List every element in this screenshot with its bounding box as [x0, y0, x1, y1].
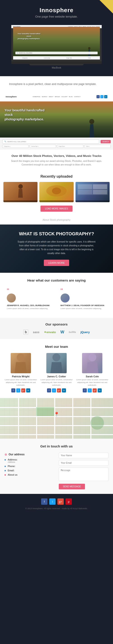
team-social-2: f t g+ in: [40, 388, 73, 392]
filter-license[interactable]: License Age ▾: [30, 145, 56, 148]
testimonial-text-1: Lorem ipsum dolor sit amet, consectetur …: [7, 307, 53, 310]
description-section: Innosphere is a pixel perfect, clean and…: [0, 76, 113, 92]
footer: f t g+ p © 2013 Innosphere. All rights r…: [0, 494, 113, 514]
sponsor-3: ✦envato: [44, 330, 56, 334]
location-icon: ⊕: [5, 453, 7, 456]
james-gp[interactable]: g+: [57, 388, 61, 392]
team-name-3: Sarah Cole: [76, 375, 108, 378]
footer-social: f t g+ p: [5, 498, 108, 505]
testimonial-2: " MATTHEW J. DEAN, FOUNDER OF INDESIGN L…: [58, 287, 109, 312]
contact-name-input[interactable]: [59, 453, 108, 458]
filter-color[interactable]: Color ▾: [84, 145, 111, 148]
filter-categories[interactable]: Categories ▾: [2, 145, 29, 148]
map-road-h4: [0, 434, 113, 435]
about-dot: [5, 474, 6, 476]
screen-search: 🔍 SEARCH ALL GALLERIES: [15, 52, 98, 54]
contact-about-row: About us: [5, 474, 54, 476]
filter-row: Categories ▾ License Age ▾ Image Size ▾ …: [2, 145, 111, 148]
laptop-base: [11, 61, 102, 64]
footer-gp-icon[interactable]: g+: [57, 498, 64, 505]
contact-email-row: Email:: [5, 469, 54, 472]
patricia-li[interactable]: in: [26, 388, 30, 392]
laptop-screen: Innosphere HOMEPAGE SEARCH ABOUT IMAGES …: [11, 25, 102, 61]
email-dot: [5, 470, 6, 471]
image-card-3[interactable]: [75, 182, 109, 202]
sarah-gp[interactable]: g+: [93, 388, 97, 392]
filter-size[interactable]: Image Size ▾: [57, 145, 83, 148]
stock-learn-more-button[interactable]: LEARN MORE: [44, 260, 69, 266]
image-card-2[interactable]: [39, 182, 73, 202]
search-area: 🔍 SEARCH ALL GALLERIES SEARCH Categories…: [0, 138, 113, 150]
team-member-3: Sarah Cole Lorem ipsum dolor sit amet, c…: [76, 353, 108, 392]
stats-title: Over 40 Million Stock Photos, Vectors, V…: [7, 154, 106, 158]
sarah-fb[interactable]: f: [83, 388, 87, 392]
footer-tw-icon[interactable]: t: [49, 498, 56, 505]
sponsor-4: W: [60, 330, 64, 334]
stock-label: About Stock photography: [2, 218, 111, 221]
patricia-fb[interactable]: f: [11, 388, 15, 392]
person-silhouette-1: [18, 184, 24, 198]
search-input-display[interactable]: 🔍 SEARCH ALL GALLERIES: [2, 140, 99, 144]
james-tw[interactable]: t: [52, 388, 56, 392]
search-button[interactable]: SEARCH: [100, 140, 111, 143]
send-message-button[interactable]: SEND MESSAGE: [59, 484, 85, 489]
sarah-li[interactable]: in: [98, 388, 102, 392]
contact-phone: Phone:: [8, 465, 15, 468]
map-pin: 📍: [54, 412, 59, 417]
contact-phone-row: Phone:: [5, 465, 54, 468]
contact-email: Email:: [8, 469, 15, 472]
stock-title: WHAT IS STOCK PHOTOGRAPHY?: [5, 231, 108, 236]
map-park: [36, 407, 54, 416]
testimonials-section: Hear what our customers are saying " JEN…: [0, 273, 113, 318]
preview-nav-links: HOMEPAGE SEARCH ABOUT IMAGES GALLERY BLO…: [33, 96, 80, 98]
laptop-label: MacBook: [11, 66, 102, 69]
team-member-1: Patricia Wright Lorem ipsum dolor sit am…: [5, 353, 37, 392]
full-preview: Innosphere HOMEPAGE SEARCH ABOUT IMAGES …: [0, 92, 113, 150]
sponsors-logos: b sass ✦envato W bullllla jQuery: [5, 330, 108, 334]
li-icon: in: [104, 95, 107, 98]
contact-address: Address: Address: [8, 458, 17, 463]
testimonial-name-2: MATTHEW J. DEAN, FOUNDER OF INDESIGN: [61, 304, 106, 306]
footer-pi-icon[interactable]: p: [66, 498, 72, 505]
team-social-3: f t g+ in: [76, 388, 108, 392]
footer-fb-icon[interactable]: f: [41, 498, 47, 505]
map-road-h1: [0, 407, 113, 408]
load-more-container: LOAD MORE IMAGES: [4, 206, 109, 212]
image-label-1: [4, 200, 38, 202]
team-member-2: James C. Cotter Lorem ipsum dolor sit am…: [40, 353, 73, 392]
preview-nav-bar: Innosphere HOMEPAGE SEARCH ABOUT IMAGES …: [0, 92, 113, 102]
team-section: Meet our team Patricia Wright Lorem ipsu…: [0, 339, 113, 398]
laptop-stand: [29, 64, 84, 65]
sponsor-2: sass: [33, 330, 39, 334]
james-fb[interactable]: f: [47, 388, 51, 392]
stock-section: About Stock photography WHAT IS STOCK PH…: [0, 216, 113, 273]
team-name-2: James C. Cotter: [40, 375, 73, 378]
sarah-tw[interactable]: t: [88, 388, 92, 392]
patricia-gp[interactable]: g+: [21, 388, 25, 392]
quote-mark-2: ": [61, 289, 106, 292]
james-li[interactable]: in: [62, 388, 66, 392]
contact-email-input[interactable]: [59, 460, 108, 466]
load-more-button[interactable]: LOAD MORE IMAGES: [40, 206, 73, 212]
image-card-1[interactable]: [4, 182, 38, 202]
sponsors-section: Our sponsors b sass ✦envato W bullllla j…: [0, 318, 113, 339]
map-road-v5: [90, 398, 91, 439]
team-avatar-sarah: [82, 353, 102, 373]
image-label-2: [39, 200, 73, 202]
contact-message-input[interactable]: [59, 468, 108, 481]
testimonials-heading: Hear what our customers are saying: [5, 278, 108, 282]
testimonial-avatar-2: [61, 294, 70, 302]
laptop-mockup: Innosphere HOMEPAGE SEARCH ABOUT IMAGES …: [11, 25, 102, 69]
contact-address-row: Address: Address: [5, 458, 54, 463]
patricia-tw[interactable]: t: [16, 388, 20, 392]
preview-nav: Innosphere HOMEPAGE SEARCH ABOUT IMAGES …: [4, 94, 109, 100]
food-visual: [46, 185, 67, 196]
testimonial-name-1: JENNIFER R. HUGHES, CEO, BURBLEHUNK: [7, 304, 53, 306]
team-avatar-patricia: [11, 353, 31, 373]
team-desc-2: Lorem ipsum dolor sit amet, consectetur …: [40, 378, 73, 386]
testimonial-text-2: Lorem ipsum dolor sit amet, consectetur …: [61, 307, 106, 310]
map-park-2: [90, 416, 104, 430]
phone-dot: [5, 466, 6, 467]
map-section: 📍: [0, 398, 113, 439]
map-road-v4: [72, 398, 73, 439]
